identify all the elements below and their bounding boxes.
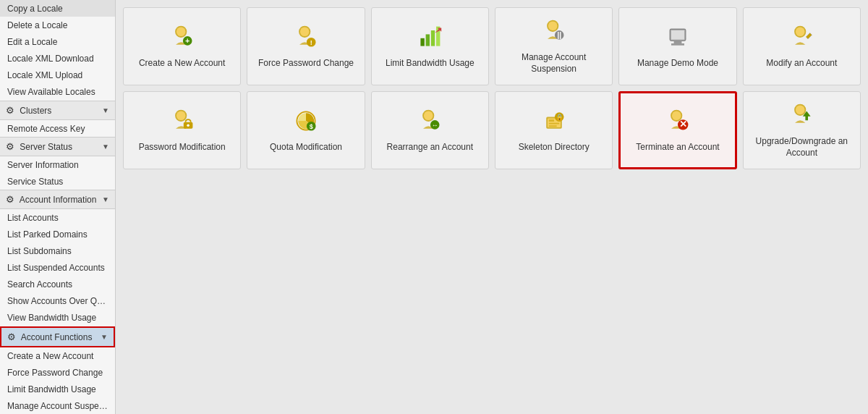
svg-rect-10 <box>431 30 435 46</box>
clusters-chevron: ▼ <box>102 106 109 114</box>
svg-rect-17 <box>674 41 682 43</box>
sidebar-item-list-suspended[interactable]: List Suspended Accounts <box>0 259 115 276</box>
sidebar-item-list-subdomains[interactable]: List Subdomains <box>0 242 115 259</box>
svg-point-45 <box>796 106 805 115</box>
rearrange-icon: ↔ <box>417 108 443 142</box>
svg-rect-9 <box>426 34 430 46</box>
skeleton-label: Skeleton Directory <box>519 142 590 153</box>
grid-item-manage-suspension[interactable]: || Manage Account Suspension <box>495 7 613 85</box>
demo-mode-icon <box>665 24 691 58</box>
create-label: Create a New Account <box>139 58 225 69</box>
manage-suspension-icon: || <box>541 18 567 52</box>
account-functions-chevron: ▼ <box>101 333 108 341</box>
sidebar-item-over-quota[interactable]: Show Accounts Over Quota <box>0 292 115 309</box>
svg-point-23 <box>176 111 186 120</box>
manage-suspension-label: Manage Account Suspension <box>501 52 606 75</box>
section-account-info[interactable]: ⚙ Account Information ▼ <box>0 190 115 209</box>
sidebar-item-list-accounts[interactable]: List Accounts <box>0 209 115 226</box>
upgrade-label: Upgrade/Downgrade an Account <box>749 136 854 159</box>
section-clusters[interactable]: ⚙ Clusters ▼ <box>0 101 115 120</box>
svg-point-1 <box>176 27 186 36</box>
sidebar-item-fn-suspension[interactable]: Manage Account Suspension <box>0 397 115 414</box>
sidebar-item-service-status[interactable]: Service Status <box>0 173 115 190</box>
grid-item-rearrange[interactable]: ↔ Rearrange an Account <box>371 91 489 169</box>
grid-item-modify[interactable]: Modify an Account <box>743 7 861 85</box>
terminate-icon: ✕ <box>665 108 691 142</box>
svg-text:$: $ <box>310 123 313 130</box>
grid-item-skeleton[interactable]: 🔒 Skeleton Directory <box>495 91 613 169</box>
main-content: + Create a New Account ! Force Password … <box>116 0 868 414</box>
svg-text:🔒: 🔒 <box>555 113 563 122</box>
grid-item-force-pw[interactable]: ! Force Password Change <box>247 7 365 85</box>
limit-bw-icon <box>417 24 443 58</box>
limit-bw-label: Limit Bandwidth Usage <box>386 58 475 69</box>
sidebar-item-fn-limit-bw[interactable]: Limit Bandwidth Usage <box>0 381 115 397</box>
clusters-label: Clusters <box>20 106 51 116</box>
grid-item-terminate[interactable]: ✕ Terminate an Account <box>618 91 736 169</box>
skeleton-icon: 🔒 <box>541 108 567 142</box>
server-status-label: Server Status <box>20 142 72 152</box>
sidebar-item-locale-xml-upload[interactable]: Locale XML Upload <box>0 67 115 83</box>
functions-grid-2: Password Modification $ Quota Modificati… <box>123 91 861 169</box>
account-functions-icon: ⚙ <box>7 331 16 342</box>
svg-point-21 <box>796 27 805 36</box>
sidebar-item-copy-locale[interactable]: Copy a Locale <box>0 0 115 17</box>
create-icon: + <box>169 24 195 58</box>
sidebar-item-locale-xml-download[interactable]: Locale XML Download <box>0 50 115 67</box>
sidebar-item-list-parked[interactable]: List Parked Domains <box>0 226 115 242</box>
pw-mod-icon <box>169 108 195 142</box>
section-account-functions[interactable]: ⚙ Account Functions ▼ <box>0 326 115 347</box>
svg-rect-8 <box>421 38 425 46</box>
grid-item-pw-mod[interactable]: Password Modification <box>123 91 241 169</box>
grid-item-demo-mode[interactable]: Manage Demo Mode <box>618 7 736 85</box>
rearrange-label: Rearrange an Account <box>387 142 473 153</box>
server-status-chevron: ▼ <box>102 143 109 151</box>
quota-mod-label: Quota Modification <box>270 142 342 153</box>
force-pw-icon: ! <box>293 24 319 58</box>
sidebar-item-edit-locale[interactable]: Edit a Locale <box>0 33 115 50</box>
grid-item-upgrade[interactable]: Upgrade/Downgrade an Account <box>743 91 861 169</box>
svg-text:✕: ✕ <box>679 119 687 130</box>
svg-text:+: + <box>185 36 190 45</box>
sidebar-item-fn-create[interactable]: Create a New Account <box>0 347 115 364</box>
sidebar-item-view-locales[interactable]: View Available Locales <box>0 83 115 100</box>
sidebar: Copy a Locale Delete a Locale Edit a Loc… <box>0 0 116 414</box>
sidebar-item-server-info[interactable]: Server Information <box>0 156 115 173</box>
grid-item-create[interactable]: + Create a New Account <box>123 7 241 85</box>
svg-point-25 <box>187 124 190 127</box>
account-info-label: Account Information <box>20 195 97 205</box>
sidebar-item-search-accounts[interactable]: Search Accounts <box>0 276 115 292</box>
grid-item-quota-mod[interactable]: $ Quota Modification <box>247 91 365 169</box>
section-server-status[interactable]: ⚙ Server Status ▼ <box>0 137 115 156</box>
sidebar-item-bandwidth[interactable]: View Bandwidth Usage <box>0 309 115 326</box>
modify-label: Modify an Account <box>766 58 837 69</box>
force-pw-label: Force Password Change <box>258 58 354 69</box>
clusters-icon: ⚙ <box>6 105 14 116</box>
svg-rect-37 <box>548 125 556 127</box>
svg-text:!: ! <box>310 39 312 46</box>
svg-rect-35 <box>548 119 553 122</box>
grid-item-limit-bw[interactable]: Limit Bandwidth Usage <box>371 7 489 85</box>
upgrade-icon <box>788 102 814 136</box>
svg-point-30 <box>424 111 433 120</box>
functions-grid: + Create a New Account ! Force Password … <box>123 7 861 85</box>
sidebar-item-remote-access[interactable]: Remote Access Key <box>0 120 115 137</box>
account-info-chevron: ▼ <box>102 195 109 203</box>
svg-point-5 <box>300 27 310 36</box>
svg-text:↔: ↔ <box>432 122 438 129</box>
sidebar-item-delete-locale[interactable]: Delete a Locale <box>0 17 115 33</box>
svg-text:||: || <box>557 30 561 39</box>
terminate-label: Terminate an Account <box>636 142 719 153</box>
pw-mod-label: Password Modification <box>139 142 226 153</box>
server-status-icon: ⚙ <box>6 141 14 152</box>
modify-icon <box>788 24 814 58</box>
account-functions-label: Account Functions <box>21 332 93 342</box>
sidebar-item-fn-force-pw[interactable]: Force Password Change <box>0 364 115 381</box>
demo-mode-label: Manage Demo Mode <box>637 58 718 69</box>
svg-rect-36 <box>548 123 558 124</box>
svg-rect-19 <box>671 30 684 40</box>
quota-mod-icon: $ <box>293 108 319 142</box>
account-info-icon: ⚙ <box>6 194 14 205</box>
svg-point-13 <box>548 22 558 31</box>
svg-rect-18 <box>671 43 684 46</box>
